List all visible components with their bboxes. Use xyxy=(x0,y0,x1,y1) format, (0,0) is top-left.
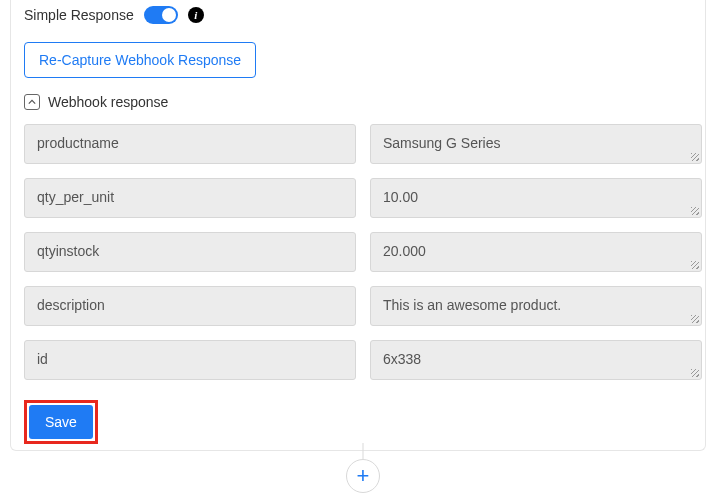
main-container: Simple Response i Re-Capture Webhook Res… xyxy=(0,0,726,468)
toggle-knob xyxy=(162,8,176,22)
collapse-toggle[interactable] xyxy=(24,94,40,110)
field-value[interactable]: Samsung G Series xyxy=(370,124,702,164)
field-row: productname Samsung G Series xyxy=(24,124,702,164)
field-row: qty_per_unit 10.00 xyxy=(24,178,702,218)
header-title: Simple Response xyxy=(24,7,134,23)
chevron-up-icon xyxy=(28,98,36,106)
field-key[interactable]: qty_per_unit xyxy=(24,178,356,218)
add-node-button[interactable]: + xyxy=(346,459,380,493)
field-key[interactable]: description xyxy=(24,286,356,326)
fields-list: productname Samsung G Series qty_per_uni… xyxy=(24,124,702,380)
recapture-webhook-button[interactable]: Re-Capture Webhook Response xyxy=(24,42,256,78)
field-row: description This is an awesome product. xyxy=(24,286,702,326)
field-row: id 6x338 xyxy=(24,340,702,380)
field-value[interactable]: 6x338 xyxy=(370,340,702,380)
field-value[interactable]: 10.00 xyxy=(370,178,702,218)
section-title: Webhook response xyxy=(48,94,168,110)
field-key[interactable]: qtyinstock xyxy=(24,232,356,272)
field-key[interactable]: id xyxy=(24,340,356,380)
field-value[interactable]: 20.000 xyxy=(370,232,702,272)
section-header: Webhook response xyxy=(24,94,702,110)
header-row: Simple Response i xyxy=(24,6,702,24)
save-button[interactable]: Save xyxy=(29,405,93,439)
field-key[interactable]: productname xyxy=(24,124,356,164)
save-highlight: Save xyxy=(24,400,98,444)
field-value[interactable]: This is an awesome product. xyxy=(370,286,702,326)
field-row: qtyinstock 20.000 xyxy=(24,232,702,272)
info-icon[interactable]: i xyxy=(188,7,204,23)
simple-response-toggle[interactable] xyxy=(144,6,178,24)
